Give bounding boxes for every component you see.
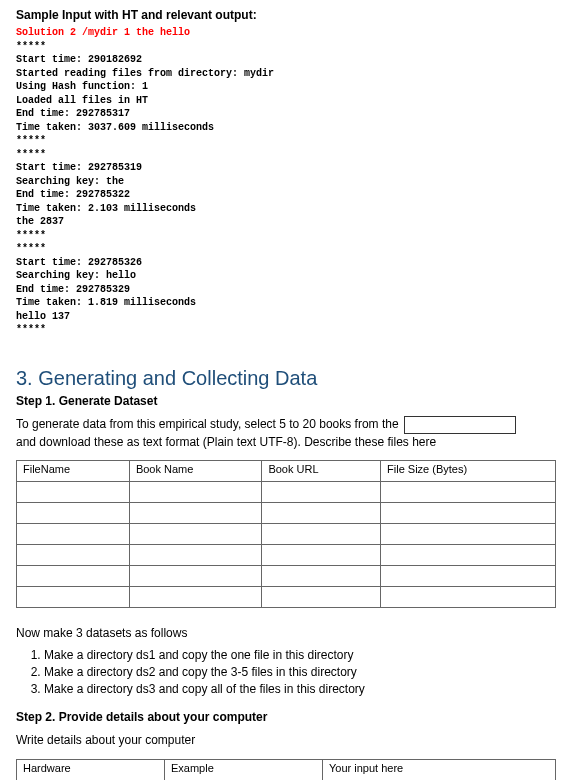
step1-paragraph: To generate data from this empirical stu…	[16, 416, 556, 451]
code-output-block: Solution 2 /mydir 1 the hello ***** Star…	[16, 26, 556, 337]
col-filename: FileName	[17, 461, 130, 482]
datasets-intro: Now make 3 datasets as follows	[16, 626, 556, 640]
table-header-row: FileName Book Name Book URL File Size (B…	[17, 461, 556, 482]
table-header-row: Hardware Example Your input here	[17, 760, 556, 780]
col-example: Example	[165, 760, 323, 780]
table-row	[17, 524, 556, 545]
col-hardware: Hardware	[17, 760, 165, 780]
datasets-list: Make a directory ds1 and copy the one fi…	[16, 648, 556, 696]
source-input-box[interactable]	[404, 416, 516, 434]
table-row	[17, 587, 556, 608]
step1-label: Step 1. Generate Dataset	[16, 394, 556, 408]
section-heading-3: 3. Generating and Collecting Data	[16, 367, 556, 390]
step2-label: Step 2. Provide details about your compu…	[16, 710, 556, 724]
table-row	[17, 503, 556, 524]
list-item: Make a directory ds1 and copy the one fi…	[44, 648, 556, 662]
table-row	[17, 545, 556, 566]
sample-io-label: Sample Input with HT and relevant output…	[16, 8, 556, 22]
col-bookurl: Book URL	[262, 461, 381, 482]
col-filesize: File Size (Bytes)	[381, 461, 556, 482]
code-command-line: Solution 2 /mydir 1 the hello	[16, 27, 190, 38]
col-bookname: Book Name	[129, 461, 261, 482]
col-yourinput: Your input here	[323, 760, 556, 780]
table-row	[17, 482, 556, 503]
step1-text-a: To generate data from this empirical stu…	[16, 417, 399, 431]
code-output-text: ***** Start time: 290182692 Started read…	[16, 41, 274, 336]
list-item: Make a directory ds2 and copy the 3-5 fi…	[44, 665, 556, 679]
step2-intro: Write details about your computer	[16, 732, 556, 749]
hardware-table: Hardware Example Your input here Type of…	[16, 759, 556, 780]
table-row	[17, 566, 556, 587]
files-table: FileName Book Name Book URL File Size (B…	[16, 460, 556, 608]
step1-text-b: and download these as text format (Plain…	[16, 435, 436, 449]
list-item: Make a directory ds3 and copy all of the…	[44, 682, 556, 696]
